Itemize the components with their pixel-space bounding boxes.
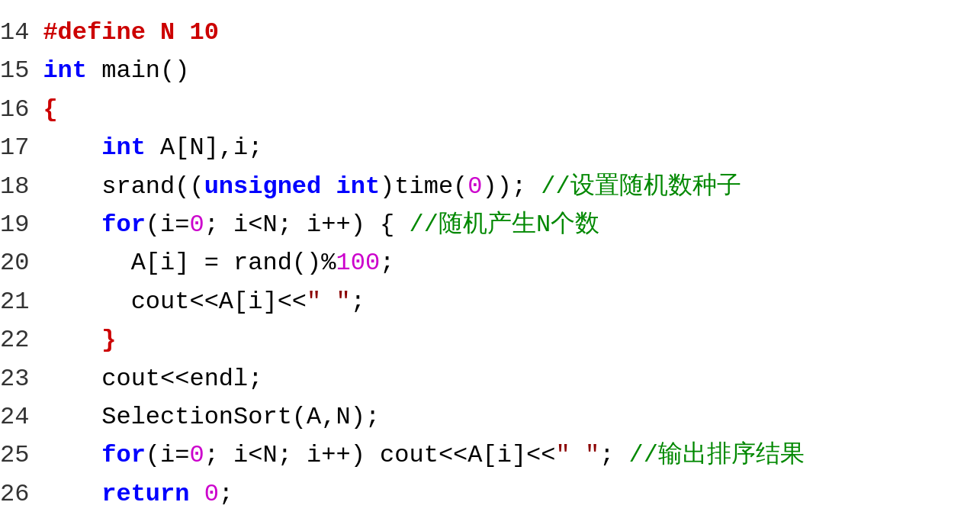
line-number: 15 [0, 53, 43, 89]
code-segment: ; i<N; i++) { [204, 211, 410, 239]
code-segment [43, 326, 101, 354]
code-segment: ; [380, 249, 394, 277]
code-segment: //输出排序结果 [629, 441, 805, 469]
line-content: int A[N],i; [43, 130, 980, 166]
code-segment: 100 [336, 249, 380, 277]
code-segment: 0 [189, 211, 204, 239]
code-segment: (i= [146, 441, 190, 469]
code-line: 18 srand((unsigned int)time(0)); //设置随机数… [0, 168, 980, 206]
code-segment: //设置随机数种子 [541, 172, 741, 201]
code-line: 25 for(i=0; i<N; i++) cout<<A[i]<<" "; /… [0, 436, 980, 475]
code-segment: for [101, 211, 146, 239]
code-segment [43, 480, 101, 508]
line-number: 26 [0, 477, 43, 512]
line-content: cout<<A[i]<<" "; [43, 285, 980, 320]
line-number: 19 [0, 208, 43, 243]
line-content: SelectionSort(A,N); [43, 400, 980, 435]
code-segment: //随机产生N个数 [409, 211, 599, 239]
code-segment: int [101, 134, 146, 162]
line-number: 22 [0, 323, 43, 358]
code-segment: } [101, 326, 116, 354]
line-number: 16 [0, 92, 43, 127]
code-segment: unsigned [204, 172, 322, 201]
line-content: for(i=0; i<N; i++) cout<<A[i]<<" "; //输出… [43, 438, 980, 473]
code-line: 26 return 0; [0, 475, 980, 513]
line-content: cout<<endl; [43, 362, 980, 397]
code-line: 16{ [0, 91, 980, 129]
code-segment [43, 134, 101, 162]
line-number: 18 [0, 169, 43, 204]
code-segment [43, 441, 101, 469]
line-content: A[i] = rand()%100; [43, 246, 980, 281]
code-line: 19 for(i=0; i<N; i++) { //随机产生N个数 [0, 206, 980, 244]
code-segment: ; i<N; i++) cout<<A[i]<< [204, 441, 556, 469]
code-line: 23 cout<<endl; [0, 360, 980, 398]
code-segment [321, 172, 336, 201]
code-segment: )); [483, 172, 541, 201]
code-segment: (i= [146, 211, 190, 239]
code-segment: 0 [468, 172, 482, 201]
code-segment: 0 [204, 480, 219, 508]
code-segment: main() [87, 56, 189, 85]
code-line: 20 A[i] = rand()%100; [0, 244, 980, 282]
code-segment: )time( [380, 172, 468, 201]
line-number: 24 [0, 400, 43, 435]
code-segment: cout<<A[i]<< [43, 288, 307, 316]
line-number: 23 [0, 362, 43, 397]
line-number: 14 [0, 15, 43, 50]
code-segment: srand(( [43, 172, 204, 201]
line-number: 25 [0, 438, 43, 473]
code-segment: int [43, 56, 87, 85]
line-content: srand((unsigned int)time(0)); //设置随机数种子 [43, 169, 980, 204]
code-line: 17 int A[N],i; [0, 129, 980, 167]
code-line: 24 SelectionSort(A,N); [0, 398, 980, 436]
line-content: #define N 10 [43, 15, 980, 50]
line-content: for(i=0; i<N; i++) { //随机产生N个数 [43, 208, 980, 243]
code-segment: ; [351, 288, 365, 316]
code-line: 15int main() [0, 52, 980, 90]
code-segment [189, 480, 204, 508]
code-segment: A[i] = rand()% [43, 249, 336, 277]
line-number: 20 [0, 246, 43, 281]
line-content: { [43, 92, 980, 127]
code-line: 21 cout<<A[i]<<" "; [0, 283, 980, 321]
code-segment: int [336, 172, 380, 201]
code-line: 22 } [0, 321, 980, 359]
line-content: int main() [43, 53, 980, 89]
code-segment: ; [599, 441, 628, 469]
code-segment: A[N],i; [146, 134, 263, 162]
code-segment: for [101, 441, 146, 469]
code-segment: " " [307, 288, 351, 316]
code-segment: #define N 10 [43, 18, 218, 47]
code-segment: { [43, 95, 57, 124]
line-content: } [43, 323, 980, 358]
code-segment: cout<<endl; [43, 365, 262, 393]
code-segment: " " [556, 441, 600, 469]
code-segment [43, 211, 101, 239]
code-container: 14#define N 1015int main()16{17 int A[N]… [0, 8, 980, 515]
code-segment: SelectionSort(A,N); [43, 403, 380, 431]
code-segment: return [101, 480, 189, 508]
code-segment: 0 [189, 441, 204, 469]
line-content: return 0; [43, 477, 980, 512]
code-line: 14#define N 10 [0, 14, 980, 52]
line-number: 17 [0, 130, 43, 166]
code-segment: ; [219, 480, 233, 508]
line-number: 21 [0, 285, 43, 320]
